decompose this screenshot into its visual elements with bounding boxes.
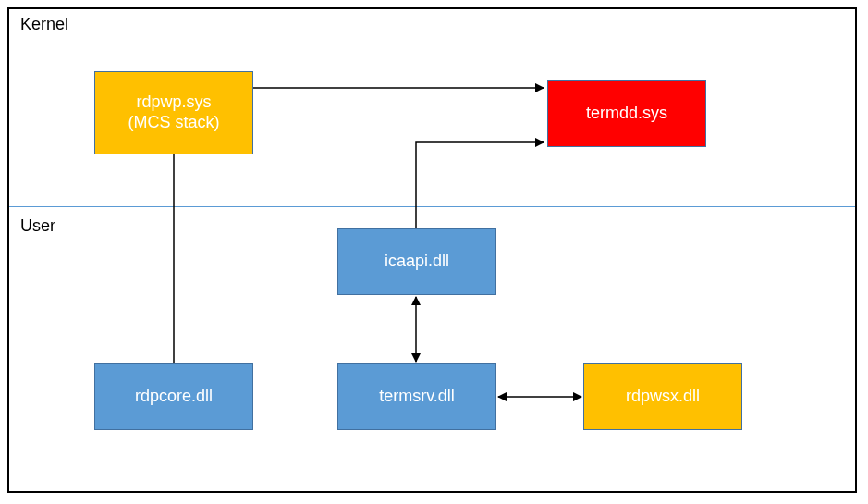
node-termdd-label: termdd.sys <box>586 104 667 124</box>
node-termsrv: termsrv.dll <box>337 363 496 430</box>
kernel-user-divider <box>9 206 855 207</box>
node-rdpwsx-label: rdpwsx.dll <box>626 387 700 407</box>
node-termsrv-label: termsrv.dll <box>379 387 455 407</box>
node-rdpwsx: rdpwsx.dll <box>583 363 742 430</box>
node-termdd: termdd.sys <box>547 80 706 147</box>
user-section-label: User <box>20 216 55 236</box>
node-rdpcore: rdpcore.dll <box>94 363 253 430</box>
edge-icaapi-to-termdd <box>416 142 544 228</box>
node-rdpwp-line2: (MCS stack) <box>128 113 220 131</box>
node-rdpcore-label: rdpcore.dll <box>135 387 213 407</box>
node-icaapi-label: icaapi.dll <box>385 252 449 272</box>
node-rdpwp: rdpwp.sys (MCS stack) <box>94 71 253 154</box>
node-icaapi: icaapi.dll <box>337 228 496 295</box>
kernel-section-label: Kernel <box>20 15 68 34</box>
diagram-frame: Kernel User rdpwp.sys (MCS stack) termdd… <box>7 7 857 493</box>
node-rdpwp-line1: rdpwp.sys <box>136 92 211 111</box>
